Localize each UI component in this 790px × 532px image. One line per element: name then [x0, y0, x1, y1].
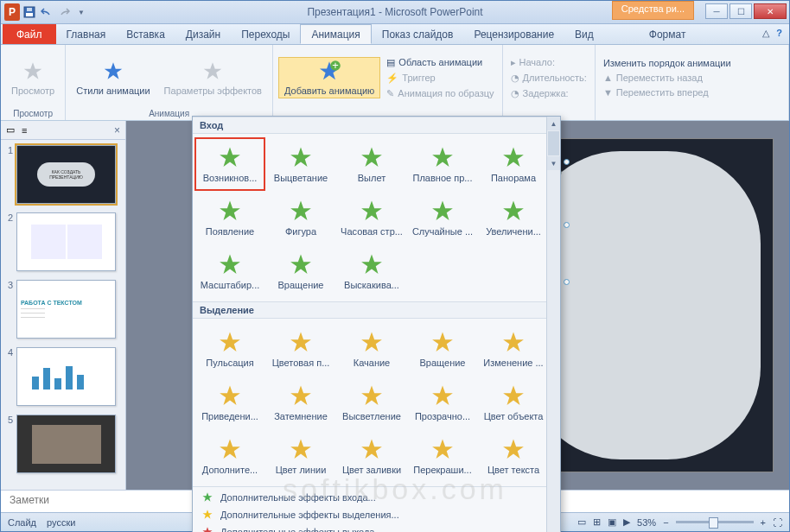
animation-pane-button[interactable]: ▤Область анимации — [384, 56, 496, 69]
emphasis-effect-item[interactable]: Качание — [336, 322, 407, 376]
star-icon — [359, 199, 385, 225]
scroll-up-icon[interactable]: ▲ — [547, 117, 560, 130]
star-icon — [430, 383, 456, 409]
emphasis-effect-item[interactable]: Дополните... — [194, 429, 265, 483]
star-icon — [359, 383, 385, 409]
more-entrance-effects[interactable]: Дополнительные эффекты входа... — [193, 489, 560, 506]
thumbnail-1[interactable]: КАК СОЗДАТЬПРЕЗЕНТАЦИЮ — [16, 145, 116, 204]
tab-view[interactable]: Вид — [564, 24, 604, 44]
entrance-effect-item[interactable]: Часовая стр... — [336, 191, 407, 244]
zoom-slider[interactable] — [676, 521, 754, 523]
entrance-effect-item[interactable]: Вылет — [336, 137, 407, 191]
group-preview-label: Просмотр — [6, 108, 60, 119]
thumbnail-3[interactable]: РАБОТА С ТЕКСТОМ————————————————————— — [16, 280, 116, 339]
entrance-effect-item[interactable]: Плавное пр... — [407, 137, 478, 191]
thumbnail-4[interactable] — [16, 347, 116, 406]
tab-insert[interactable]: Вставка — [116, 24, 175, 44]
emphasis-effect-item[interactable]: Цвет объекта — [478, 376, 549, 429]
emphasis-effect-item[interactable]: Пульсация — [194, 322, 265, 376]
animation-styles-button[interactable]: Стили анимации — [71, 58, 155, 98]
entrance-effect-item[interactable]: Панорама — [478, 137, 549, 191]
slide-thumbnails[interactable]: 1КАК СОЗДАТЬПРЕЗЕНТАЦИЮ 2 3РАБОТА С ТЕКС… — [1, 140, 125, 490]
save-icon[interactable] — [22, 4, 37, 20]
tab-design[interactable]: Дизайн — [175, 24, 231, 44]
slides-tab-icon[interactable]: ▭ — [6, 124, 15, 136]
entrance-effect-item[interactable]: Случайные ... — [407, 191, 478, 244]
emphasis-effect-item[interactable]: Высветление — [336, 376, 407, 429]
move-earlier-button: ▲Переместить назад — [601, 72, 734, 84]
more-exit-effects[interactable]: Дополнительные эффекты выхода... — [193, 523, 560, 532]
close-button[interactable]: ✕ — [754, 3, 787, 19]
entrance-effect-item[interactable]: Вращение — [265, 244, 336, 298]
gallery-footer: Дополнительные эффекты входа... Дополнит… — [193, 486, 560, 532]
emphasis-effect-item[interactable]: Цвет заливки — [336, 429, 407, 483]
emphasis-effect-item[interactable]: Приведени... — [194, 376, 265, 429]
add-animation-button[interactable]: + Добавить анимацию — [278, 57, 380, 98]
emphasis-effect-item[interactable]: Цвет линии — [265, 429, 336, 483]
star-icon — [500, 145, 526, 171]
star-icon — [430, 330, 456, 356]
scroll-down-icon[interactable]: ▼ — [547, 156, 560, 170]
tab-slideshow[interactable]: Показ слайдов — [372, 24, 464, 44]
emphasis-effect-item[interactable]: Затемнение — [265, 376, 336, 429]
star-icon — [359, 330, 385, 356]
view-sorter-icon[interactable]: ⊞ — [593, 516, 601, 528]
entrance-effect-item[interactable]: Выскакива... — [336, 244, 407, 298]
view-normal-icon[interactable]: ▭ — [577, 516, 586, 528]
star-icon — [217, 437, 243, 463]
slides-panel: ▭ ≡ × 1КАК СОЗДАТЬПРЕЗЕНТАЦИЮ 2 3РАБОТА … — [1, 121, 126, 490]
zoom-level[interactable]: 53% — [637, 517, 656, 528]
undo-icon[interactable] — [39, 4, 54, 20]
tab-animation[interactable]: Анимация — [300, 24, 371, 44]
thumbnail-5[interactable] — [16, 415, 116, 473]
zoom-out-icon[interactable]: − — [663, 517, 668, 528]
maximize-button[interactable]: ☐ — [729, 3, 752, 19]
star-icon — [217, 252, 243, 278]
thumbnail-2[interactable] — [16, 212, 116, 271]
qat-dropdown-icon[interactable]: ▼ — [73, 4, 89, 20]
redo-icon[interactable] — [56, 4, 72, 20]
file-tab[interactable]: Файл — [3, 24, 56, 44]
view-reading-icon[interactable]: ▣ — [608, 516, 616, 528]
duration-field: ◔Длительность: — [508, 72, 589, 85]
ribbon: Просмотр Просмотр Стили анимации Парамет… — [1, 45, 789, 121]
tab-format[interactable]: Формат — [639, 24, 697, 44]
zoom-in-icon[interactable]: + — [761, 517, 766, 528]
quick-access-toolbar: P ▼ — [1, 4, 89, 20]
gallery-scrollbar[interactable]: ▲ ▼ — [546, 117, 560, 532]
emphasis-effects-grid: ПульсацияЦветовая п...КачаниеВращениеИзм… — [193, 319, 560, 486]
entrance-effect-item[interactable]: Выцветание — [265, 137, 336, 191]
star-icon — [217, 199, 243, 225]
emphasis-effect-item[interactable]: Перекраши... — [407, 429, 478, 483]
minimize-button[interactable]: ─ — [705, 3, 728, 19]
tab-home[interactable]: Главная — [56, 24, 117, 44]
close-panel-icon[interactable]: × — [114, 124, 120, 136]
star-icon — [201, 60, 225, 84]
entrance-effect-item[interactable]: Масштабир... — [194, 244, 265, 298]
entrance-effect-item[interactable]: Появление — [194, 191, 265, 244]
emphasis-effect-item[interactable]: Цветовая п... — [265, 322, 336, 376]
tab-transitions[interactable]: Переходы — [231, 24, 300, 44]
view-slideshow-icon[interactable]: ▶ — [623, 516, 630, 528]
contextual-tab[interactable]: Средства ри... — [612, 1, 694, 20]
window-title: Презентация1 - Microsoft PowerPoint — [307, 6, 482, 18]
minimize-ribbon-icon[interactable]: △ — [762, 28, 769, 39]
entrance-effect-item[interactable]: Увеличени... — [478, 191, 549, 244]
brush-icon: ✎ — [386, 88, 394, 99]
svg-rect-9 — [77, 375, 84, 390]
emphasis-effect-item[interactable]: Цвет текста — [478, 429, 549, 483]
preview-button[interactable]: Просмотр — [6, 58, 60, 98]
language-indicator[interactable]: русски — [47, 517, 75, 528]
help-icon[interactable]: ? — [776, 28, 782, 39]
start-field: ▸Начало: — [508, 56, 589, 69]
tab-review[interactable]: Рецензирование — [463, 24, 564, 44]
emphasis-effect-item[interactable]: Изменение ... — [478, 322, 549, 376]
emphasis-effect-item[interactable]: Прозрачно... — [407, 376, 478, 429]
svg-rect-6 — [43, 368, 50, 390]
entrance-effect-item[interactable]: Фигура — [265, 191, 336, 244]
emphasis-effect-item[interactable]: Вращение — [407, 322, 478, 376]
outline-tab-icon[interactable]: ≡ — [22, 125, 27, 136]
more-emphasis-effects[interactable]: Дополнительные эффекты выделения... — [193, 506, 560, 523]
entrance-effect-item[interactable]: Возникнов... — [194, 137, 265, 191]
fit-window-icon[interactable]: ⛶ — [773, 517, 782, 528]
